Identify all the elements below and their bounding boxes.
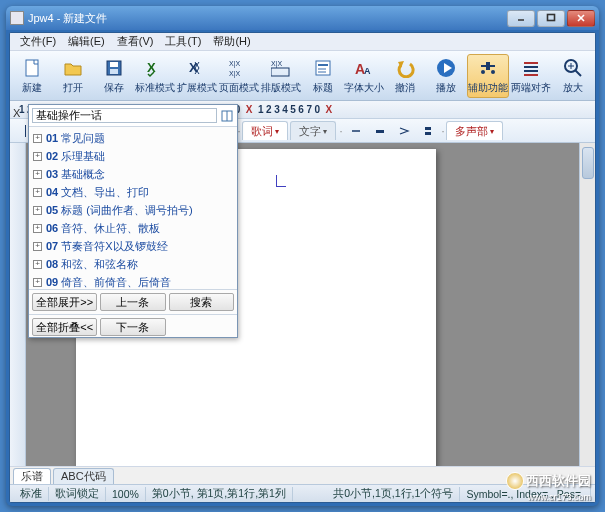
expand-icon[interactable]: + [33,152,42,161]
title-button[interactable]: 标题 [303,54,342,98]
help-item-07[interactable]: +07节奏音符X以及锣鼓经 [33,237,233,255]
vertical-scrollbar[interactable] [579,143,595,466]
svg-rect-27 [376,130,384,133]
assist-button[interactable]: 辅助功能 [467,54,509,98]
menu-查看(V)[interactable]: 查看(V) [111,32,160,51]
help-item-label: 标题 (词曲作者、调号拍号) [61,203,192,218]
help-btn-搜索[interactable]: 搜索 [169,293,234,311]
std-mode-icon [144,57,166,79]
close-button[interactable] [567,10,595,27]
save-icon [103,57,125,79]
minimize-button[interactable] [507,10,535,27]
expand-icon[interactable]: + [33,278,42,287]
expand-icon[interactable]: + [33,224,42,233]
align-both-label: 两端对齐 [511,81,551,95]
status-phrase: 歌词锁定 [49,487,106,501]
menu-编辑(E)[interactable]: 编辑(E) [62,32,111,51]
std-mode-button[interactable]: 标准模式 [135,54,175,98]
assist-icon [477,57,499,79]
help-item-04[interactable]: +04文档、导出、打印 [33,183,233,201]
ext-mode-button[interactable]: 扩展模式 [177,54,217,98]
maximize-button[interactable] [537,10,565,27]
minimize-icon [516,13,526,23]
help-tree[interactable]: +01常见问题+02乐理基础+03基础概念+04文档、导出、打印+05标题 (词… [29,127,237,289]
help-btn-全部折叠<<[interactable]: 全部折叠<< [32,318,97,336]
menubar: 文件(F)编辑(E)查看(V)工具(T)帮助(H) [10,33,595,51]
play-button[interactable]: 播放 [427,54,466,98]
help-btn-下一条[interactable]: 下一条 [100,318,165,336]
align-both-button[interactable]: 两端对齐 [511,54,551,98]
tab-abc-code[interactable]: ABC代码 [53,468,114,484]
help-item-03[interactable]: +03基础概念 [33,165,233,183]
tab-score[interactable]: 乐谱 [13,468,51,484]
layout-mode-icon [270,57,292,79]
accent-icon[interactable] [393,121,415,141]
title-icon [312,57,334,79]
help-item-label: 基础概念 [61,167,105,182]
new-label: 新建 [22,81,42,95]
page-mode-icon [228,57,250,79]
ext-mode-label: 扩展模式 [177,81,217,95]
expand-icon[interactable]: + [33,188,42,197]
menu-帮助(H)[interactable]: 帮助(H) [207,32,256,51]
close-icon [576,13,586,23]
tab-text[interactable]: 文字▾ [290,121,336,140]
zoom-in-label: 放大 [563,81,583,95]
statusbar: 标准 歌词锁定 100% 第0小节, 第1页,第1行,第1列 共0小节,1页,1… [10,484,595,502]
align-both-icon [520,57,542,79]
expand-icon[interactable]: + [33,242,42,251]
help-item-02[interactable]: +02乐理基础 [33,147,233,165]
window-title: Jpw4 - 新建文件 [28,11,505,26]
dropdown-icon: ▾ [275,127,279,136]
new-button[interactable]: 新建 [13,54,52,98]
status-zoom[interactable]: 100% [106,487,146,501]
help-item-06[interactable]: +06音符、休止符、散板 [33,219,233,237]
panel-x-label: X [13,107,20,119]
help-item-num: 04 [46,186,58,198]
undo-icon [394,57,416,79]
font-size-button[interactable]: 字体大小 [344,54,384,98]
help-item-label: 音符、休止符、散板 [61,221,160,236]
page-mode-button[interactable]: 页面模式 [219,54,259,98]
open-label: 打开 [63,81,83,95]
scroll-thumb[interactable] [582,147,594,179]
watermark-url: www.cr173.com [527,492,591,502]
menu-工具(T)[interactable]: 工具(T) [159,32,207,51]
help-item-09[interactable]: +09倚音、前倚音、后倚音 [33,273,233,289]
help-item-label: 文档、导出、打印 [61,185,149,200]
help-item-05[interactable]: +05标题 (词曲作者、调号拍号) [33,201,233,219]
menu-文件(F)[interactable]: 文件(F) [14,32,62,51]
font-size-label: 字体大小 [344,81,384,95]
help-item-num: 02 [46,150,58,162]
expand-icon[interactable]: + [33,170,42,179]
undo-button[interactable]: 撤消 [386,54,425,98]
help-search-input[interactable] [32,108,217,123]
fine-icon[interactable] [417,121,439,141]
expand-icon[interactable]: + [33,134,42,143]
half-rest-icon[interactable] [369,121,391,141]
book-icon[interactable] [220,109,234,123]
layout-mode-button[interactable]: 排版模式 [261,54,301,98]
ribbon-toolbar: 新建打开保存标准模式扩展模式页面模式排版模式标题字体大小撤消播放辅助功能两端对齐… [10,51,595,101]
help-item-num: 01 [46,132,58,144]
help-item-08[interactable]: +08和弦、和弦名称 [33,255,233,273]
zoom-in-button[interactable]: 放大 [553,54,592,98]
save-button[interactable]: 保存 [94,54,133,98]
vertical-ruler [10,143,26,466]
help-item-num: 03 [46,168,58,180]
tab-voices[interactable]: 多声部▾ [446,121,503,140]
page-mode-label: 页面模式 [219,81,259,95]
help-panel[interactable]: +01常见问题+02乐理基础+03基础概念+04文档、导出、打印+05标题 (词… [28,104,238,338]
help-btn-上一条[interactable]: 上一条 [100,293,165,311]
svg-rect-28 [425,127,431,130]
help-item-01[interactable]: +01常见问题 [33,129,233,147]
expand-icon[interactable]: + [33,206,42,215]
tab-lyrics[interactable]: 歌词▾ [242,121,288,140]
help-button-row-1: 全部展开>>上一条搜索 [29,289,237,314]
expand-icon[interactable]: + [33,260,42,269]
help-btn-全部展开>>[interactable]: 全部展开>> [32,293,97,311]
open-button[interactable]: 打开 [54,54,93,98]
open-icon [62,57,84,79]
help-item-label: 节奏音符X以及锣鼓经 [61,239,167,254]
dash-icon[interactable] [345,121,367,141]
